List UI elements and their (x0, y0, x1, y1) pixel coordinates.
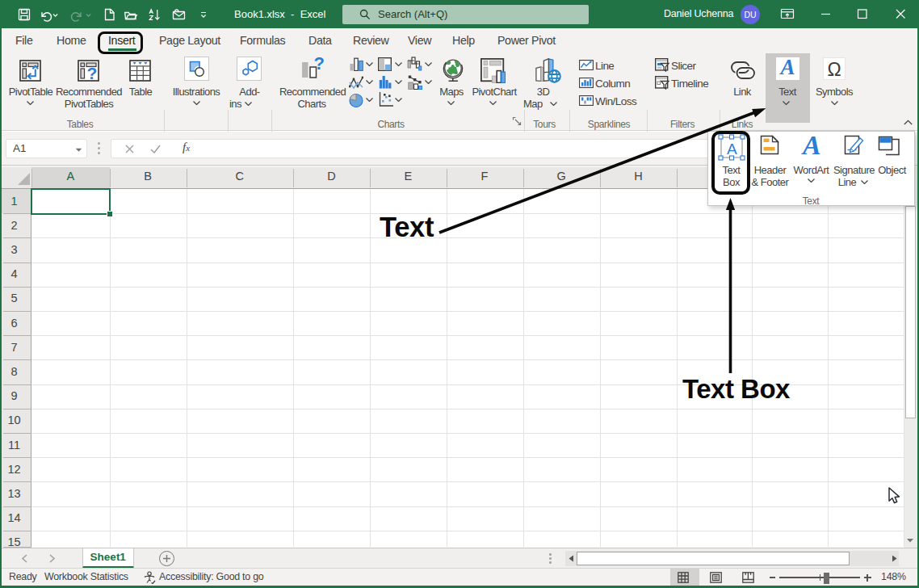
svg-text:?: ? (314, 57, 325, 74)
svg-text:A: A (727, 141, 737, 158)
svg-text:?: ? (87, 64, 98, 82)
